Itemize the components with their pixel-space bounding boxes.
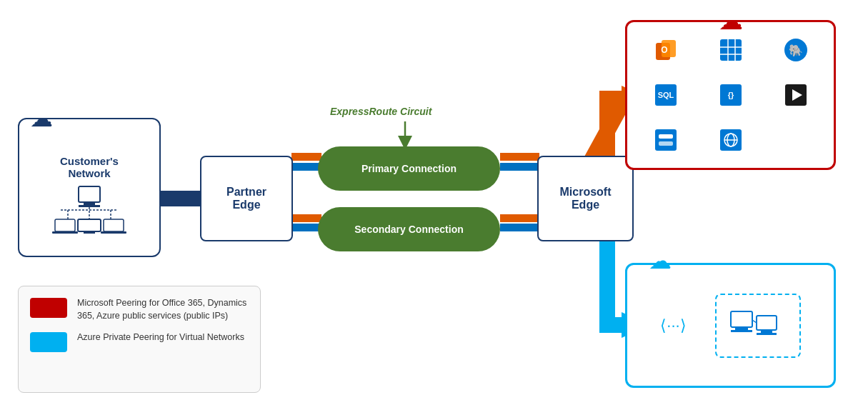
expressroute-label: ExpressRoute Circuit [330, 106, 431, 117]
svg-rect-36 [731, 311, 752, 327]
primary-connection-pill: Primary Connection [318, 146, 500, 191]
svg-rect-29 [655, 129, 677, 151]
sql-icon: SQL [636, 76, 695, 115]
svg-rect-8 [52, 231, 78, 234]
svg-rect-40 [761, 330, 772, 333]
secondary-connection-label: Secondary Connection [354, 224, 463, 235]
svg-text:SQL: SQL [657, 91, 674, 99]
blue-left-primary-top [291, 163, 321, 171]
orange-left-primary-top [291, 153, 321, 161]
customer-network-label: Customer's Network [60, 155, 119, 179]
svg-text:O: O [661, 45, 667, 55]
svg-rect-7 [55, 219, 75, 231]
hdinsight-icon: 🐘 [766, 31, 825, 70]
legend-box: Microsoft Peering for Office 365, Dynami… [18, 286, 261, 393]
blue-right-secondary-top [500, 224, 539, 231]
svg-rect-12 [101, 231, 126, 234]
vm-icon-svg [729, 306, 787, 345]
svg-text:{}: {} [727, 91, 734, 99]
blue-right-primary-top [500, 163, 539, 171]
svg-rect-37 [735, 327, 748, 330]
partner-edge-label: Partner Edge [226, 186, 266, 211]
legend-blue-text: Azure Private Peering for Virtual Networ… [77, 331, 244, 344]
svg-rect-38 [731, 330, 752, 332]
ms-peering-box: ☁ O 🐘 [625, 20, 836, 170]
svg-rect-1 [84, 202, 95, 205]
customer-partner-connector [159, 191, 203, 206]
svg-rect-16 [720, 39, 742, 61]
azure-private-box: ☁ ⟨···⟩ [625, 263, 836, 388]
office365-icon: O [636, 31, 695, 70]
orange-right-primary-top [500, 153, 539, 161]
svg-rect-2 [79, 205, 100, 207]
azure-private-inner-box [715, 294, 801, 358]
svg-rect-11 [104, 219, 124, 231]
api-icon: {} [701, 76, 760, 115]
legend-blue-box [30, 332, 67, 352]
storage-icon [636, 120, 695, 159]
blue-left-secondary-top [291, 224, 321, 231]
partner-edge-box: Partner Edge [200, 156, 293, 241]
svg-rect-31 [659, 141, 673, 146]
microsoft-edge-box: Microsoft Edge [537, 156, 634, 241]
svg-text:🐘: 🐘 [789, 44, 803, 57]
orange-left-secondary-top [291, 214, 321, 222]
vnet-arrows-icon: ⟨···⟩ [660, 316, 686, 335]
secondary-connection-pill: Secondary Connection [318, 207, 500, 251]
svg-rect-10 [84, 231, 95, 234]
orange-right-secondary-top [500, 214, 539, 222]
azure-private-cloud-icon: ☁ [649, 247, 672, 274]
legend-red-box [30, 298, 67, 318]
legend-blue-item: Azure Private Peering for Virtual Networ… [30, 331, 249, 352]
primary-connection-label: Primary Connection [361, 163, 457, 174]
ms-peering-cloud-icon: ☁ [719, 6, 743, 35]
globe-icon [701, 120, 760, 159]
legend-red-item: Microsoft Peering for Office 365, Dynami… [30, 296, 249, 322]
media-icon [766, 76, 825, 115]
legend-red-text: Microsoft Peering for Office 365, Dynami… [77, 296, 249, 322]
svg-rect-9 [78, 219, 101, 231]
svg-rect-41 [757, 333, 777, 335]
svg-rect-39 [757, 316, 777, 330]
svg-rect-30 [659, 134, 673, 139]
azure-table-icon [701, 31, 760, 70]
diagram: ☁ Customer's Network Partner Edge [0, 0, 868, 415]
svg-rect-0 [79, 186, 100, 202]
customer-network-box: ☁ Customer's Network [18, 118, 161, 257]
network-computers-svg [46, 185, 132, 235]
customer-cloud-icon: ☁ [30, 105, 53, 132]
microsoft-edge-label: Microsoft Edge [560, 186, 612, 211]
